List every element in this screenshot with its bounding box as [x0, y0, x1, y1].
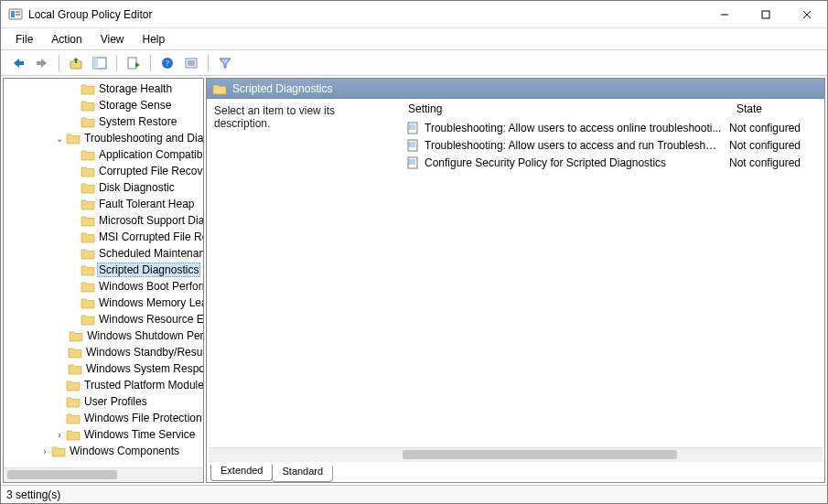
folder-icon [81, 165, 95, 177]
up-button[interactable] [65, 53, 87, 73]
policy-item-icon [406, 156, 421, 169]
svg-point-39 [409, 161, 411, 163]
svg-rect-2 [16, 11, 20, 13]
menu-action[interactable]: Action [42, 31, 91, 48]
tree-item[interactable]: Disk Diagnostic [4, 179, 203, 196]
properties-button[interactable] [180, 53, 202, 73]
folder-icon [81, 214, 95, 227]
list-item[interactable]: Troubleshooting: Allow users to access a… [401, 136, 824, 154]
tree-item-label: Storage Sense [97, 99, 173, 112]
tree-item[interactable]: Corrupted File Recovery [4, 163, 203, 179]
statusbar: 3 setting(s) [1, 485, 827, 503]
expander-icon[interactable]: › [38, 446, 51, 456]
setting-name: Configure Security Policy for Scripted D… [425, 156, 729, 169]
svg-text:?: ? [166, 59, 169, 68]
tree-item[interactable]: ›Windows Time Service [4, 426, 203, 443]
minimize-button[interactable] [704, 1, 745, 28]
setting-name: Troubleshooting: Allow users to access a… [425, 139, 729, 152]
tree-item[interactable]: System Restore [4, 113, 203, 130]
scrollbar-thumb[interactable] [7, 470, 117, 479]
main-panes: Storage HealthStorage SenseSystem Restor… [1, 76, 827, 485]
titlebar: Local Group Policy Editor [1, 1, 827, 28]
tab-extended[interactable]: Extended [210, 465, 273, 481]
svg-rect-34 [408, 157, 417, 168]
tree-item[interactable]: Storage Health [4, 80, 203, 97]
tab-standard[interactable]: Standard [272, 466, 333, 482]
tree-item[interactable]: ⌄Troubleshooting and Diagnostics [4, 130, 203, 146]
list-item[interactable]: Troubleshooting: Allow users to access o… [401, 119, 824, 136]
expander-icon[interactable]: ⌄ [53, 134, 66, 144]
folder-icon [81, 181, 95, 194]
menu-help[interactable]: Help [134, 31, 175, 48]
list-item[interactable]: Configure Security Policy for Scripted D… [401, 154, 824, 171]
column-state[interactable]: State [729, 102, 824, 115]
svg-point-32 [409, 144, 411, 145]
folder-icon [81, 231, 95, 243]
close-icon [802, 10, 812, 19]
svg-rect-1 [11, 11, 15, 17]
tree-item-label: Microsoft Support Diagnostic Tool [97, 214, 203, 227]
tree-item-label: Windows Standby/Resume Performance Diagn… [84, 346, 203, 359]
tree-item[interactable]: Windows Memory Leak Diagnosis [4, 295, 203, 311]
tree-scroll[interactable]: Storage HealthStorage SenseSystem Restor… [4, 79, 203, 467]
tree-item[interactable]: Windows System Responsiveness Performanc… [4, 360, 203, 377]
tree-item[interactable]: User Profiles [4, 393, 203, 410]
policy-item-icon [406, 122, 421, 134]
tree-item[interactable]: Application Compatibility Diagnostics [4, 146, 203, 163]
forward-button[interactable] [31, 53, 53, 73]
column-setting[interactable]: Setting [401, 102, 729, 115]
folder-icon [68, 346, 82, 359]
tree-item[interactable]: Microsoft Support Diagnostic Tool [4, 212, 203, 229]
help-button[interactable]: ? [156, 53, 178, 73]
expander-icon[interactable]: › [53, 430, 66, 440]
list-header: Setting State [401, 99, 824, 119]
description-text: Select an item to view its description. [214, 104, 335, 130]
svg-rect-27 [408, 140, 417, 151]
app-icon [8, 7, 23, 22]
folder-icon [66, 412, 81, 424]
tree-item-label: User Profiles [82, 395, 149, 408]
folder-icon [66, 395, 81, 408]
svg-point-40 [409, 163, 411, 165]
back-button[interactable] [7, 53, 29, 73]
tree-item-label: Disk Diagnostic [97, 181, 177, 194]
folder-icon [81, 296, 95, 309]
tree-item-label: Windows Shutdown Performance Diagnostics [85, 329, 203, 342]
details-horizontal-scrollbar[interactable] [209, 447, 823, 462]
svg-rect-9 [37, 61, 42, 65]
setting-state: Not configured [729, 139, 824, 152]
svg-point-25 [409, 126, 411, 128]
show-hide-tree-button[interactable] [89, 53, 111, 73]
tree-item[interactable]: Storage Sense [4, 97, 203, 113]
svg-point-38 [409, 159, 411, 161]
tree-item[interactable]: Scripted Diagnostics [4, 262, 203, 278]
export-list-button[interactable] [123, 53, 145, 73]
tree-inner: Storage HealthStorage SenseSystem Restor… [4, 79, 203, 459]
close-button[interactable] [786, 1, 827, 28]
tree-item[interactable]: MSI Corrupted File Recovery [4, 229, 203, 245]
svg-rect-5 [762, 11, 769, 18]
tree-item[interactable]: Windows Standby/Resume Performance Diagn… [4, 344, 203, 360]
tree-item[interactable]: Windows File Protection [4, 410, 203, 426]
scrollbar-thumb[interactable] [403, 450, 677, 459]
tree-item[interactable]: Fault Tolerant Heap [4, 196, 203, 212]
details-pane: Scripted Diagnostics Select an item to v… [206, 78, 825, 483]
menu-view[interactable]: View [91, 31, 134, 48]
tree-item[interactable]: Windows Resource Exhaustion Detection [4, 311, 203, 327]
tree-item[interactable]: ›Windows Components [4, 443, 203, 459]
tree-horizontal-scrollbar[interactable] [4, 467, 203, 482]
folder-icon [81, 82, 95, 95]
tree-item[interactable]: Windows Boot Performance Diagnostics [4, 278, 203, 295]
tree-item-label: Windows System Responsiveness Performanc… [84, 362, 203, 375]
tree-item-label: Fault Tolerant Heap [97, 198, 197, 210]
svg-rect-13 [128, 58, 136, 69]
maximize-button[interactable] [745, 1, 786, 28]
folder-icon [81, 99, 95, 112]
tree-item[interactable]: Scheduled Maintenance [4, 245, 203, 262]
tree-item[interactable]: Trusted Platform Module Services [4, 377, 203, 393]
filter-button[interactable] [214, 53, 236, 73]
tree-item-label: Windows Boot Performance Diagnostics [97, 280, 203, 293]
tree-item[interactable]: Windows Shutdown Performance Diagnostics [4, 327, 203, 344]
menu-file[interactable]: File [6, 31, 42, 48]
toolbar-sep-1 [59, 55, 59, 71]
